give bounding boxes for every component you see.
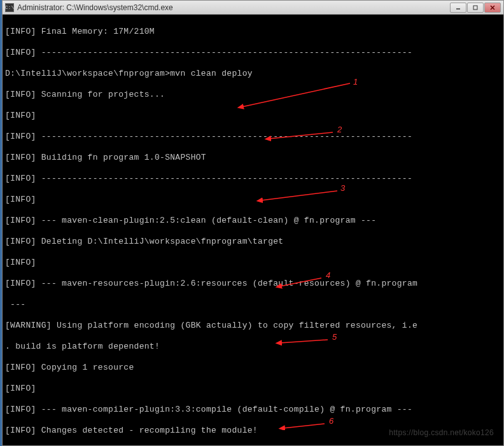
annotation-arrow-6 — [277, 421, 331, 430]
output-line: --- — [5, 300, 501, 310]
annotation-label-5: 5 — [332, 332, 337, 342]
output-line: [INFO] --- maven-compiler-plugin:3.3:com… — [5, 405, 501, 415]
output-line: [INFO] Final Memory: 17M/210M — [5, 27, 501, 38]
titlebar[interactable]: C:\ Administrator: C:\Windows\system32\c… — [3, 1, 503, 15]
annotation-label-6: 6 — [329, 416, 333, 426]
output-line: [INFO] --- maven-clean-plugin:2.5:clean … — [5, 216, 501, 226]
output-line: . build is platform dependent! — [5, 342, 501, 352]
output-line: [INFO] — [5, 195, 501, 206]
svg-line-6 — [261, 191, 337, 200]
command-line: D:\IntelliJ\workspace\fnprogram>mvn clea… — [5, 69, 501, 80]
cmd-icon: C:\ — [5, 3, 14, 12]
cmd-window: C:\ Administrator: C:\Windows\system32\c… — [2, 0, 504, 446]
output-line: [INFO] ---------------------------------… — [5, 132, 501, 143]
annotation-label-1: 1 — [353, 77, 358, 87]
annotation-label-2: 2 — [337, 125, 342, 134]
annotation-arrow-2 — [263, 129, 339, 142]
output-line: [INFO] Copying 1 resource — [5, 363, 501, 373]
cmd-icon-text: C:\ — [5, 4, 14, 10]
output-line: [INFO] ---------------------------------… — [5, 48, 501, 59]
minimize-icon — [456, 5, 461, 10]
annotation-arrow-1 — [235, 80, 356, 112]
minimize-button[interactable] — [450, 3, 466, 13]
output-line: [WARNING] Using platform encoding (GBK a… — [5, 321, 501, 331]
close-button[interactable] — [484, 3, 501, 13]
svg-line-7 — [280, 278, 321, 286]
svg-line-9 — [283, 424, 325, 428]
output-line: [INFO] — [5, 258, 501, 268]
window-title: Administrator: C:\Windows\system32\cmd.e… — [17, 3, 450, 12]
window-controls — [450, 3, 501, 13]
maximize-icon — [473, 5, 478, 10]
output-line: [INFO] --- maven-resources-plugin:2.6:re… — [5, 279, 501, 289]
terminal-output[interactable]: [INFO] Final Memory: 17M/210M [INFO] ---… — [3, 15, 503, 445]
svg-line-5 — [269, 132, 333, 139]
svg-line-4 — [242, 83, 350, 107]
maximize-button[interactable] — [467, 3, 484, 13]
annotation-arrow-3 — [255, 188, 344, 204]
annotation-arrow-4 — [274, 275, 328, 289]
annotation-label-3: 3 — [340, 183, 345, 193]
annotation-label-4: 4 — [326, 270, 330, 280]
svg-line-8 — [280, 340, 328, 343]
output-line: [INFO] ---------------------------------… — [5, 174, 501, 185]
svg-rect-1 — [473, 6, 477, 10]
annotation-arrow-5 — [274, 337, 334, 346]
watermark: https://blog.csdn.net/koko126 — [389, 428, 494, 438]
output-line: [INFO] — [5, 384, 501, 394]
output-line: [INFO] Building fn program 1.0-SNAPSHOT — [5, 153, 501, 164]
close-icon — [490, 5, 495, 10]
output-line: [INFO] Deleting D:\IntelliJ\workspace\fn… — [5, 237, 501, 247]
